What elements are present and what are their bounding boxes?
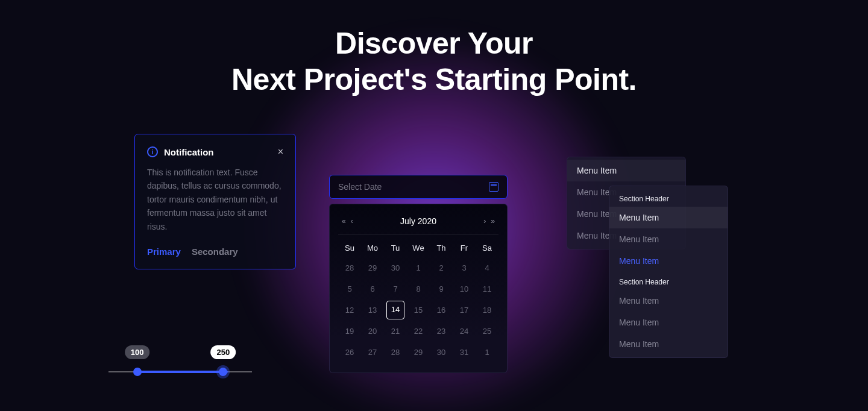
menu-item[interactable]: Menu Item (609, 207, 728, 228)
dropdown-menu-front: Section HeaderMenu ItemMenu ItemMenu Ite… (609, 186, 728, 358)
close-icon[interactable]: × (278, 147, 283, 157)
calendar-day[interactable]: 30 (384, 259, 407, 277)
calendar-nav-next: › » (483, 217, 495, 225)
next-year-icon[interactable]: » (491, 217, 495, 225)
calendar-day[interactable]: 19 (338, 322, 361, 340)
menu-item[interactable]: Menu Item (567, 160, 685, 181)
info-icon: i (147, 146, 158, 157)
calendar-day[interactable]: 20 (361, 322, 384, 340)
hero-heading: Discover Your Next Project's Starting Po… (0, 25, 868, 98)
calendar-day[interactable]: 12 (338, 301, 361, 319)
calendar-day[interactable]: 11 (476, 280, 498, 298)
calendar-separator (338, 234, 498, 235)
menu-section-header: Section Header (609, 272, 728, 290)
heading-line2: Next Project's Starting Point. (0, 61, 868, 98)
calendar-day[interactable]: 29 (407, 343, 430, 362)
calendar-day[interactable]: 28 (384, 343, 407, 362)
day-of-week-label: Th (430, 240, 453, 256)
secondary-button[interactable]: Secondary (192, 246, 238, 257)
day-of-week-label: Mo (361, 240, 384, 256)
calendar-day[interactable]: 24 (453, 322, 476, 340)
calendar-day[interactable]: 16 (430, 301, 453, 319)
prev-month-icon[interactable]: ‹ (351, 217, 353, 225)
calendar-day[interactable]: 26 (338, 343, 361, 362)
calendar-day[interactable]: 21 (384, 322, 407, 340)
prev-year-icon[interactable]: « (342, 217, 346, 225)
range-slider[interactable]: 100 250 (108, 344, 252, 374)
notification-actions: Primary Secondary (147, 246, 283, 257)
slider-thumb-low[interactable] (133, 368, 142, 376)
calendar-popup: « ‹ July 2020 › » SuMoTuWeThFrSa28293012… (329, 204, 508, 373)
menu-item[interactable]: Menu Item (609, 333, 728, 355)
calendar-day[interactable]: 17 (453, 301, 476, 319)
calendar-grid: SuMoTuWeThFrSa28293012345678910111213141… (338, 240, 498, 362)
notification-body: This is notification text. Fusce dapibus… (147, 166, 283, 233)
menu-item[interactable]: Menu Item (609, 228, 728, 250)
menu-item[interactable]: Menu Item (609, 312, 728, 333)
calendar-day[interactable]: 31 (453, 343, 476, 362)
menu-section-header: Section Header (609, 189, 728, 207)
calendar-day[interactable]: 5 (338, 280, 361, 298)
day-of-week-label: Su (338, 240, 361, 256)
slider-high-label: 250 (211, 345, 236, 359)
primary-button[interactable]: Primary (147, 246, 181, 257)
slider-thumb-high[interactable] (219, 368, 227, 376)
calendar-day[interactable]: 22 (407, 322, 430, 340)
date-input[interactable]: Select Date (329, 175, 508, 199)
calendar-day[interactable]: 15 (407, 301, 430, 319)
calendar-day[interactable]: 1 (476, 343, 498, 362)
day-of-week-label: Sa (476, 240, 498, 256)
calendar-day[interactable]: 13 (361, 301, 384, 319)
calendar-header: « ‹ July 2020 › » (338, 214, 498, 234)
notification-header: i Notification × (147, 146, 283, 157)
calendar-icon (489, 182, 498, 192)
calendar-day[interactable]: 30 (430, 343, 453, 362)
next-month-icon[interactable]: › (483, 217, 486, 225)
calendar-day[interactable]: 27 (361, 343, 384, 362)
calendar-day[interactable]: 6 (361, 280, 384, 298)
calendar-day[interactable]: 9 (430, 280, 453, 298)
notification-title: Notification (164, 147, 214, 157)
heading-line1: Discover Your (0, 25, 868, 61)
calendar-day[interactable]: 18 (476, 301, 498, 319)
calendar-day[interactable]: 28 (338, 259, 361, 277)
calendar-day[interactable]: 7 (384, 280, 407, 298)
day-of-week-label: Tu (384, 240, 407, 256)
calendar-month-label: July 2020 (400, 216, 436, 226)
calendar-day[interactable]: 25 (476, 322, 498, 340)
slider-fill (137, 371, 228, 373)
calendar-day[interactable]: 1 (407, 259, 430, 277)
day-of-week-label: We (407, 240, 430, 256)
calendar-nav-prev: « ‹ (342, 217, 353, 225)
menu-item[interactable]: Menu Item (609, 250, 728, 272)
notification-card: i Notification × This is notification te… (134, 134, 296, 269)
day-of-week-label: Fr (453, 240, 476, 256)
calendar-day[interactable]: 8 (407, 280, 430, 298)
calendar-day[interactable]: 2 (430, 259, 453, 277)
calendar-day[interactable]: 14 (386, 301, 404, 319)
slider-low-label: 100 (125, 345, 150, 359)
calendar-day[interactable]: 29 (361, 259, 384, 277)
calendar-day[interactable]: 10 (453, 280, 476, 298)
menu-item[interactable]: Menu Item (609, 290, 728, 312)
calendar-day[interactable]: 3 (453, 259, 476, 277)
date-placeholder: Select Date (338, 182, 382, 192)
calendar-day[interactable]: 4 (476, 259, 498, 277)
calendar-day[interactable]: 23 (430, 322, 453, 340)
